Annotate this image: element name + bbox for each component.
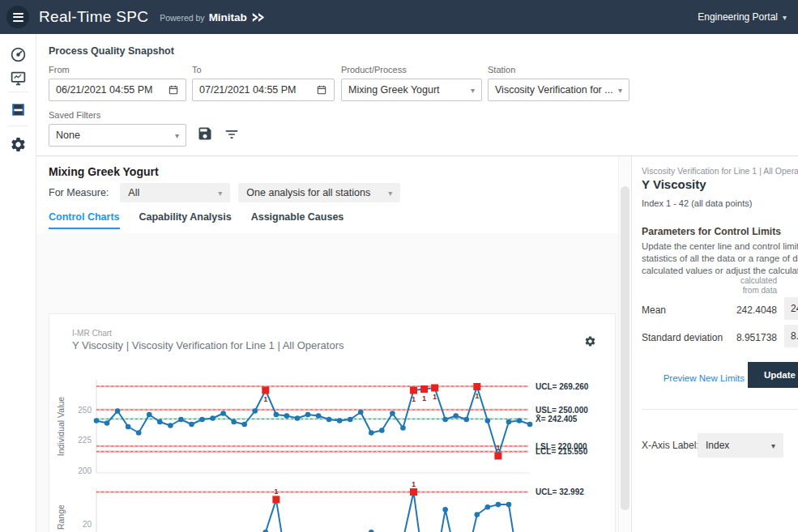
svg-text:225: 225 — [78, 436, 92, 445]
tab-control-charts[interactable]: Control Charts — [49, 211, 120, 229]
chart-settings-gear-icon[interactable] — [584, 335, 596, 347]
process-title: Mixing Greek Yogurt — [49, 165, 159, 178]
analysis-mode-value: One analysis for all stations — [246, 187, 370, 198]
svg-text:1: 1 — [274, 487, 278, 496]
to-date-input[interactable]: 07/21/2021 04:55 PM — [192, 79, 335, 101]
station-dropdown[interactable]: Viscosity Verification for ... — [488, 79, 629, 101]
mean-calculated-value: 242.4048 — [681, 304, 777, 316]
panel-divider — [642, 409, 798, 410]
saved-filters-dropdown[interactable]: None — [49, 124, 186, 147]
panel-subtitle: Viscosity Verification for Line 1 | All … — [642, 166, 798, 176]
parameters-section-title: Parameters for Control Limits — [642, 226, 781, 237]
measure-row: For Measure: All One analysis for all st… — [49, 183, 400, 202]
svg-text:1: 1 — [263, 395, 267, 403]
svg-text:USL= 250.000: USL= 250.000 — [536, 406, 588, 415]
vertical-scrollbar-track[interactable] — [618, 156, 630, 532]
from-date-field-group: From 06/21/2021 04:55 PM — [49, 65, 186, 101]
filter-bar: Process Quality Snapshot From 06/21/2021… — [36, 34, 798, 156]
mean-input[interactable] — [784, 297, 798, 320]
chevron-down-icon — [771, 440, 775, 451]
product-process-dropdown[interactable]: Mixing Greek Yogurt — [341, 79, 482, 101]
gauge-dashboard-icon[interactable] — [10, 46, 27, 63]
powered-by: Powered by Minitab — [160, 11, 266, 23]
to-date-field-group: To 07/21/2021 04:55 PM — [192, 65, 335, 101]
parameters-description: Update the center line and control limit… — [642, 240, 798, 277]
calculated-from-data-header: calculated from data — [681, 276, 777, 296]
index-range-label: Index 1 - 42 (all data points) — [642, 198, 752, 208]
imr-control-charts-svg: 250225200Individual ValueUCL= 269.260USL… — [56, 361, 613, 532]
brand-name: Minitab — [209, 11, 247, 23]
archive-box-icon[interactable] — [10, 101, 27, 118]
station-value: Viscosity Verification for ... — [495, 84, 618, 96]
analysis-mode-dropdown[interactable]: One analysis for all stations — [238, 183, 400, 202]
x-axis-dropdown-value: Index — [706, 440, 771, 451]
saved-filters-value: None — [56, 130, 175, 141]
svg-text:Individual Value: Individual Value — [56, 397, 66, 457]
saved-filters-field-group: Saved Filters None — [49, 110, 186, 147]
calendar-icon[interactable] — [168, 84, 179, 96]
control-limits-panel: Viscosity Verification for Line 1 | All … — [631, 156, 798, 532]
svg-text:X̄= 242.405: X̄= 242.405 — [536, 415, 578, 423]
chevron-down-icon — [175, 130, 179, 141]
app-header: Real-Time SPC Powered by Minitab Enginee… — [0, 0, 798, 34]
powered-by-label: Powered by — [160, 13, 204, 23]
chevron-down-icon — [783, 11, 787, 23]
svg-text:UCL= 269.260: UCL= 269.260 — [536, 382, 589, 391]
chevron-down-icon — [218, 187, 222, 198]
sidebar-divider — [8, 92, 28, 92]
preview-new-limits-link[interactable]: Preview New Limits — [632, 373, 745, 383]
mean-label: Mean — [642, 304, 666, 316]
saved-filters-label: Saved Filters — [49, 110, 186, 120]
save-filter-icon[interactable] — [197, 126, 213, 142]
standard-deviation-input[interactable] — [784, 325, 798, 347]
chevron-down-icon — [388, 187, 392, 198]
standard-deviation-calculated-value: 8.951738 — [681, 332, 777, 343]
from-date-input[interactable]: 06/21/2021 04:55 PM — [49, 79, 186, 101]
measure-value: All — [128, 187, 139, 198]
svg-text:1: 1 — [497, 444, 501, 452]
main-content: Mixing Greek Yogurt For Measure: All One… — [36, 156, 618, 532]
minitab-logo-icon — [251, 12, 266, 23]
panel-title: Y Viscosity — [642, 177, 706, 191]
vertical-scrollbar-thumb[interactable] — [621, 186, 629, 510]
station-label: Station — [488, 65, 629, 74]
section-title: Process Quality Snapshot — [49, 45, 174, 57]
product-process-field-group: Product/Process Mixing Greek Yogurt — [341, 65, 482, 101]
svg-text:1: 1 — [412, 480, 416, 488]
x-axis-dropdown[interactable]: Index — [698, 433, 783, 458]
product-process-label: Product/Process — [341, 65, 482, 74]
svg-text:20: 20 — [83, 520, 92, 529]
monitor-chart-icon[interactable] — [10, 70, 27, 87]
svg-text:Moving Range: Moving Range — [56, 504, 66, 532]
svg-text:200: 200 — [78, 466, 92, 475]
sidebar-divider — [8, 126, 28, 126]
x-axis-label: X-Axis Label: — [642, 440, 699, 451]
update-control-limits-button[interactable]: Update Control Limits — [748, 362, 798, 388]
product-process-value: Mixing Greek Yogurt — [348, 84, 471, 96]
tab-bar: Control Charts Capability Analysis Assig… — [49, 211, 344, 229]
chevron-down-icon — [618, 84, 622, 96]
chart-area-background: I-MR Chart Y Viscosity | Viscosity Verif… — [36, 233, 618, 532]
app-title: Real-Time SPC — [39, 8, 148, 26]
for-measure-label: For Measure: — [49, 187, 109, 198]
tab-capability-analysis[interactable]: Capability Analysis — [139, 211, 232, 229]
calendar-icon[interactable] — [316, 84, 327, 96]
station-field-group: Station Viscosity Verification for ... — [488, 65, 629, 101]
to-date-value: 07/21/2021 04:55 PM — [199, 84, 316, 96]
hamburger-menu-icon[interactable] — [6, 6, 29, 28]
tab-assignable-causes[interactable]: Assignable Causes — [251, 211, 344, 229]
svg-text:1: 1 — [475, 392, 479, 400]
portal-menu-label: Engineering Portal — [698, 11, 778, 23]
svg-text:1: 1 — [422, 394, 426, 402]
gear-icon[interactable] — [10, 136, 27, 153]
svg-text:250: 250 — [78, 406, 92, 415]
left-nav-sidebar — [0, 34, 36, 532]
svg-text:LCL= 215.550: LCL= 215.550 — [536, 447, 588, 456]
portal-menu[interactable]: Engineering Portal — [698, 11, 787, 23]
filter-list-icon[interactable] — [224, 126, 240, 143]
measure-dropdown[interactable]: All — [120, 183, 230, 202]
svg-text:UCL= 32.992: UCL= 32.992 — [536, 487, 584, 496]
from-date-value: 06/21/2021 04:55 PM — [56, 84, 168, 96]
imr-chart-card: I-MR Chart Y Viscosity | Viscosity Verif… — [49, 313, 616, 532]
chart-type-label: I-MR Chart — [72, 329, 112, 338]
